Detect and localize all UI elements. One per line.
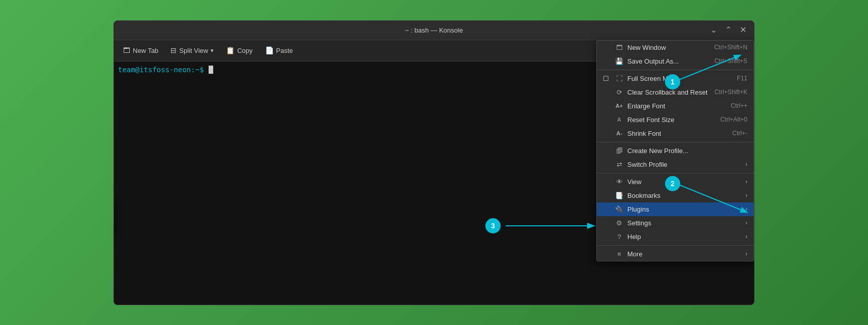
menu-switch-profile-label: Switch Profile — [627, 161, 668, 168]
prompt-text: team@itsfoss-neon:~$ — [118, 66, 204, 74]
new-tab-label: New Tab — [133, 47, 158, 54]
window-title: ~ : bash — Konsole — [405, 26, 463, 34]
menu-item-help[interactable]: ? Help › — [597, 230, 754, 244]
menu-view-label: View — [627, 178, 642, 186]
paste-icon: 📄 — [265, 46, 274, 54]
switch-profile-arrow-icon: › — [745, 161, 747, 168]
menu-bookmarks-label: Bookmarks — [627, 192, 660, 199]
create-profile-icon: 🗐 — [615, 147, 623, 155]
separator-1 — [597, 70, 754, 70]
annotation-3: 3 — [485, 218, 501, 233]
menu-item-plugins[interactable]: 🔌 Plugins › — [597, 202, 754, 216]
shrink-font-shortcut: Ctrl+- — [732, 130, 747, 137]
window-controls: ⌄ ⌃ ✕ — [708, 25, 749, 35]
annotation-2: 2 — [665, 176, 680, 191]
split-view-button[interactable]: ⊟ Split View ▾ — [165, 44, 219, 56]
copy-icon: 📋 — [226, 46, 235, 54]
new-tab-button[interactable]: 🗔 New Tab — [118, 44, 163, 56]
split-view-label: Split View — [179, 47, 208, 54]
new-window-icon: 🗔 — [615, 44, 623, 51]
menu-item-switch-profile[interactable]: ⇄ Switch Profile › — [597, 158, 754, 171]
dropdown-menu: 🗔 New Window Ctrl+Shift+N 💾 Save Output … — [596, 40, 754, 261]
reset-font-icon: A — [615, 116, 623, 123]
minimize-button[interactable]: ⌄ — [708, 25, 719, 35]
menu-item-create-profile[interactable]: 🗐 Create New Profile... — [597, 144, 754, 158]
separator-4 — [597, 245, 754, 246]
clear-scrollback-shortcut: Ctrl+Shift+K — [714, 88, 747, 96]
reset-font-shortcut: Ctrl+Alt+0 — [720, 116, 747, 123]
paste-label: Paste — [276, 47, 293, 54]
enlarge-font-shortcut: Ctrl++ — [731, 102, 747, 109]
new-tab-icon: 🗔 — [123, 46, 130, 54]
menu-create-profile-label: Create New Profile... — [627, 147, 688, 155]
save-output-shortcut: Ctrl+Shift+S — [714, 57, 747, 65]
shrink-font-icon: A- — [615, 130, 623, 136]
more-icon: ≡ — [615, 250, 623, 258]
help-icon: ? — [615, 233, 623, 241]
menu-shrink-font-label: Shrink Font — [627, 130, 661, 137]
bookmarks-icon: 📑 — [615, 192, 623, 199]
enlarge-font-icon: A+ — [615, 103, 623, 109]
plugins-submenu: ☑ Show Quick Commands Ctrl+Shift+F1 ☐ Sh… — [113, 201, 114, 232]
maximize-button[interactable]: ⌃ — [722, 25, 734, 35]
menu-new-window-label: New Window — [627, 44, 666, 51]
settings-arrow-icon: › — [745, 219, 747, 226]
fullscreen-icon: ⛶ — [615, 75, 623, 82]
view-arrow-icon: › — [745, 178, 747, 185]
copy-label: Copy — [237, 47, 252, 54]
menu-plugins-label: Plugins — [627, 205, 649, 213]
menu-settings-label: Settings — [627, 219, 651, 227]
new-window-shortcut: Ctrl+Shift+N — [714, 44, 747, 51]
view-icon: 👁 — [615, 178, 623, 186]
clear-scrollback-icon: ⟳ — [615, 88, 623, 96]
cursor — [209, 66, 213, 74]
split-view-arrow-icon: ▾ — [211, 47, 214, 54]
menu-item-shrink-font[interactable]: A- Shrink Font Ctrl+- — [597, 127, 754, 140]
menu-item-settings[interactable]: ⚙ Settings › — [597, 216, 754, 230]
menu-item-new-window[interactable]: 🗔 New Window Ctrl+Shift+N — [597, 41, 754, 54]
menu-save-output-label: Save Output As... — [627, 57, 679, 65]
copy-button[interactable]: 📋 Copy — [221, 44, 257, 56]
bookmarks-arrow-icon: › — [745, 192, 747, 199]
switch-profile-icon: ⇄ — [615, 161, 623, 168]
fullscreen-shortcut: F11 — [737, 75, 747, 82]
split-view-icon: ⊟ — [170, 46, 177, 54]
menu-item-enlarge-font[interactable]: A+ Enlarge Font Ctrl++ — [597, 99, 754, 113]
plugins-arrow-icon: › — [745, 205, 747, 213]
menu-item-more[interactable]: ≡ More › — [597, 247, 754, 261]
more-arrow-icon: › — [745, 250, 747, 257]
menu-more-label: More — [627, 250, 643, 258]
menu-help-label: Help — [627, 233, 641, 241]
plugins-icon: 🔌 — [615, 205, 623, 213]
help-arrow-icon: › — [745, 233, 747, 240]
menu-reset-font-label: Reset Font Size — [627, 116, 675, 124]
menu-item-save-output[interactable]: 💾 Save Output As... Ctrl+Shift+S — [597, 54, 754, 68]
titlebar: ~ : bash — Konsole ⌄ ⌃ ✕ — [114, 21, 754, 40]
konsole-window: ~ : bash — Konsole ⌄ ⌃ ✕ 🗔 New Tab ⊟ Spl… — [113, 20, 755, 305]
menu-enlarge-font-label: Enlarge Font — [627, 102, 665, 110]
save-output-icon: 💾 — [615, 57, 623, 65]
separator-2 — [597, 142, 754, 142]
separator-3 — [597, 173, 754, 173]
menu-clear-scrollback-label: Clear Scrollback and Reset — [627, 88, 708, 96]
annotation-1: 1 — [665, 74, 680, 90]
paste-button[interactable]: 📄 Paste — [260, 44, 298, 56]
menu-item-reset-font[interactable]: A Reset Font Size Ctrl+Alt+0 — [597, 113, 754, 127]
settings-icon: ⚙ — [615, 219, 623, 227]
close-button[interactable]: ✕ — [737, 25, 749, 35]
